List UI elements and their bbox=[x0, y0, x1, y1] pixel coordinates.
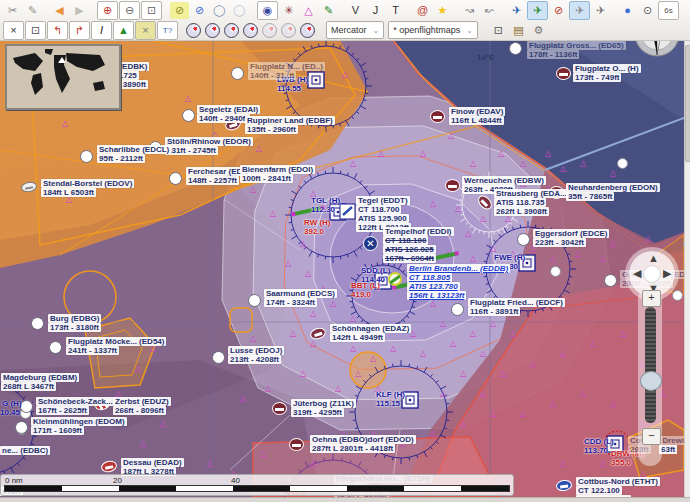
profile-t-icon[interactable]: T bbox=[386, 2, 405, 19]
zoom-slider-handle[interactable] bbox=[640, 371, 662, 391]
x-circle-icon: ✕ bbox=[363, 236, 378, 251]
stamp-tool-icon[interactable]: ✎ bbox=[23, 2, 42, 19]
airport-name: Tegel (EDDT) bbox=[356, 196, 410, 205]
aircraft-blue-icon[interactable]: ✈ bbox=[507, 2, 526, 19]
airport-label[interactable]: Flugplatz Fried... (EDCF)116ft - 3891ft bbox=[468, 298, 565, 316]
airport-label[interactable]: Stendal-Borstel (EDOV)184ft L 6503ft bbox=[41, 179, 134, 197]
aircraft-add-icon[interactable]: ✈ bbox=[527, 1, 548, 20]
airport-label[interactable]: Flugplatz O... (H)173ft - 749ft bbox=[573, 64, 641, 82]
compass-gauge-icon[interactable] bbox=[186, 23, 201, 38]
clear-yellow-icon[interactable]: × bbox=[135, 21, 156, 40]
airport-label[interactable]: Kleinmühlingen (EDOM)171ft - 1609ft bbox=[31, 417, 127, 435]
draw-pen-icon[interactable]: ✎ bbox=[319, 2, 338, 19]
airport-label[interactable]: Flugplatz Gross... (ED65)178ft - 1136ft bbox=[527, 41, 626, 59]
airport-label[interactable]: Zerbst (EDUZ)266ft - 8096ft bbox=[113, 397, 171, 415]
pan-center[interactable] bbox=[643, 265, 661, 283]
zoom-box-icon[interactable]: ⊡ bbox=[25, 21, 46, 40]
airport-label[interactable]: Burg (EDBG)173ft - 3180ft bbox=[48, 314, 101, 332]
airport-label[interactable]: Neuhardenberg (EDON)35ft - 7865ft bbox=[566, 183, 660, 201]
nav-forward-icon[interactable]: ▶ bbox=[70, 2, 89, 19]
map-canvas[interactable]: △△△△△△△△△△△△△△△△△△△△△△△△△△△△△△△△△△△△△△△△… bbox=[0, 40, 684, 497]
navaid-label[interactable]: CDD (L)113.70 bbox=[584, 437, 614, 455]
airport-label-lines: Stendal-Borstel (EDOV)184ft L 6503ft bbox=[41, 179, 134, 197]
ndb-label[interactable]: RW (H)392.0 bbox=[304, 218, 331, 236]
vor-symbol-icon[interactable]: ◉ bbox=[257, 1, 278, 20]
fir-gauge-icon[interactable] bbox=[224, 23, 239, 38]
zoom-out-icon[interactable]: ⊖ bbox=[119, 1, 140, 20]
scrollbar-thumb[interactable] bbox=[685, 45, 690, 162]
circle-dot-icon[interactable]: ⊙ bbox=[638, 2, 657, 19]
pan-up-icon[interactable]: ▲ bbox=[648, 252, 659, 264]
help-tq-icon[interactable]: T? bbox=[157, 21, 178, 40]
compass-plus-gauge-icon[interactable] bbox=[300, 23, 315, 38]
zoom-page-icon[interactable]: ⊡ bbox=[141, 1, 162, 20]
airport-label-lines: Jüterbog (Z11K)319ft - 4295ft bbox=[291, 399, 356, 417]
navaid-label[interactable]: TGL (H)112.30 bbox=[311, 196, 340, 214]
navaid-label[interactable]: KLF (H)115.15 bbox=[376, 390, 405, 408]
path-red2-icon[interactable]: ↱ bbox=[69, 21, 90, 40]
pan-right-icon[interactable]: ▶ bbox=[663, 267, 671, 280]
airport-label[interactable]: Lusse (EDOJ)213ft - 4208ft bbox=[228, 346, 284, 364]
route-segment-icon[interactable]: ↝ bbox=[460, 2, 479, 19]
airport-label[interactable]: Eggersdorf (EDCE)223ft - 3042ft bbox=[533, 229, 609, 247]
projection-select[interactable]: Mercator⌄ bbox=[326, 21, 384, 39]
airport-label[interactable]: Cottbus-Nord (ETHT)CT 122.100221ft L 747… bbox=[576, 477, 660, 497]
airport-label[interactable]: Strausberg (EDA...ATIS 118.735262ft L 39… bbox=[494, 189, 569, 216]
italic-text-icon[interactable]: I bbox=[91, 21, 112, 40]
route-edit-icon[interactable]: ↜ bbox=[480, 2, 499, 19]
ndb-label[interactable]: BBT (L)419.0 bbox=[351, 281, 380, 299]
favorite-star-icon[interactable]: ★ bbox=[433, 2, 452, 19]
airport-label[interactable]: Bienenfarm (EDOI)100ft - 2841ft bbox=[240, 165, 315, 183]
aircraft-a1-icon[interactable]: ✈ bbox=[569, 1, 590, 20]
rose-symbol-icon[interactable]: ✳ bbox=[279, 2, 298, 19]
measure-circle-yellow-icon[interactable]: ⊘ bbox=[170, 2, 189, 19]
close-x-icon[interactable]: × bbox=[3, 21, 24, 40]
airport-label[interactable]: Scharlibbe (EDCL)95ft - 2112ft bbox=[97, 145, 171, 163]
profile-v-icon[interactable]: V bbox=[346, 2, 365, 19]
path-red-icon[interactable]: ↰ bbox=[47, 21, 68, 40]
measure-circle-blue-icon[interactable]: ⊘ bbox=[190, 2, 209, 19]
cut-tool-icon[interactable]: ✂ bbox=[3, 2, 22, 19]
zoom-selection-icon[interactable]: ⊕ bbox=[97, 1, 118, 20]
airport-label[interactable]: Jüterbog (Z11K)319ft - 4295ft bbox=[291, 399, 356, 417]
pan-left-icon[interactable]: ◀ bbox=[633, 267, 641, 280]
waypoint-marker-icon[interactable]: @ bbox=[413, 2, 432, 19]
airport-label[interactable]: Tempelhof (EDDI)CT 118.100ATIS 126.02516… bbox=[383, 227, 454, 263]
dtl-gauge-icon[interactable] bbox=[281, 23, 296, 38]
profile-j-icon[interactable]: J bbox=[366, 2, 385, 19]
airport-label[interactable]: Finow (EDAV)116ft L 4844ft bbox=[449, 107, 505, 125]
zoom-slider-track[interactable] bbox=[645, 307, 656, 423]
aircraft-prohibited-icon[interactable]: ⊘ bbox=[549, 2, 568, 19]
vertical-scrollbar[interactable] bbox=[684, 40, 690, 497]
range-circle-light-icon[interactable]: ◯ bbox=[230, 2, 249, 19]
zoom-in-button[interactable]: + bbox=[642, 290, 661, 307]
six-s-icon[interactable]: 6s bbox=[658, 1, 679, 20]
airport-label[interactable]: Berlin Brandenb... (EDDB)CT 118.805ATIS … bbox=[407, 264, 510, 300]
terrain-icon[interactable]: ▲ bbox=[113, 21, 134, 40]
airport-label[interactable]: Schönebeck-Zack...167ft - 2625ft bbox=[36, 397, 115, 415]
chart-select[interactable]: * openflightmaps⌄ bbox=[388, 21, 478, 39]
airport-label[interactable]: Magdeburg (EDBM)268ft L 3467ft bbox=[1, 373, 79, 391]
world-overview-inset[interactable] bbox=[5, 44, 121, 110]
settings-gear-icon[interactable]: ⚙ bbox=[529, 22, 548, 39]
airport-label[interactable]: Flugplatz N... (ED..)140ft - 31..ft bbox=[248, 62, 325, 80]
airport-label[interactable]: Saarmund (EDCS)174ft - 3324ft bbox=[264, 289, 337, 307]
airport-label[interactable]: Stölln/Rhinow (EDOR)131ft - 2745ft bbox=[165, 137, 253, 155]
class-gauge-icon[interactable] bbox=[205, 23, 220, 38]
airport-label[interactable]: ne... (EDBC) bbox=[0, 446, 50, 455]
airport-label[interactable]: Flugplatz Möcke... (ED54)241ft - 1337ft bbox=[66, 337, 166, 355]
nav-back-icon[interactable]: ◀ bbox=[50, 2, 69, 19]
preview-box-icon[interactable]: ⊡ bbox=[489, 22, 508, 39]
spec-gauge-icon[interactable] bbox=[262, 23, 277, 38]
database-icon[interactable]: ▤ bbox=[509, 22, 528, 39]
airport-label[interactable]: Schönhagen (EDAZ)142ft L 4949ft bbox=[330, 324, 411, 342]
obstacle-symbol-icon[interactable]: △ bbox=[299, 2, 318, 19]
airport-label[interactable]: Ruppiner Land (EDBF)135ft - 2960ft bbox=[245, 116, 335, 134]
aircraft-a2-icon[interactable]: ✈ bbox=[591, 2, 610, 19]
globe-grid-icon[interactable]: ● bbox=[618, 2, 637, 19]
airport-label[interactable]: Oehna (EDBO)dorf (EDOD)287ft L 2801ft - … bbox=[310, 435, 416, 453]
rota-gauge-icon[interactable] bbox=[243, 23, 258, 38]
zoom-out-button[interactable]: − bbox=[642, 428, 661, 445]
obstacle-triangle-icon: △ bbox=[350, 315, 356, 323]
range-circle-icon[interactable]: ◯ bbox=[210, 2, 229, 19]
